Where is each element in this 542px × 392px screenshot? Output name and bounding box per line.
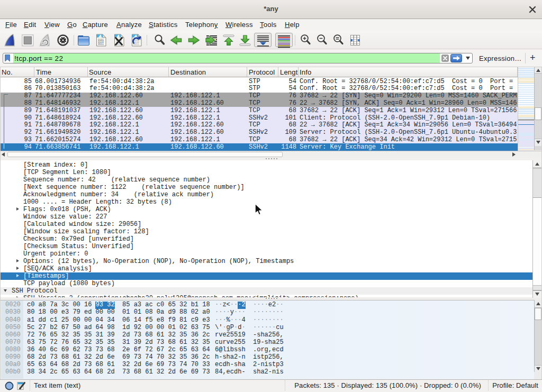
svg-text:0011: 0011 bbox=[98, 43, 104, 45]
